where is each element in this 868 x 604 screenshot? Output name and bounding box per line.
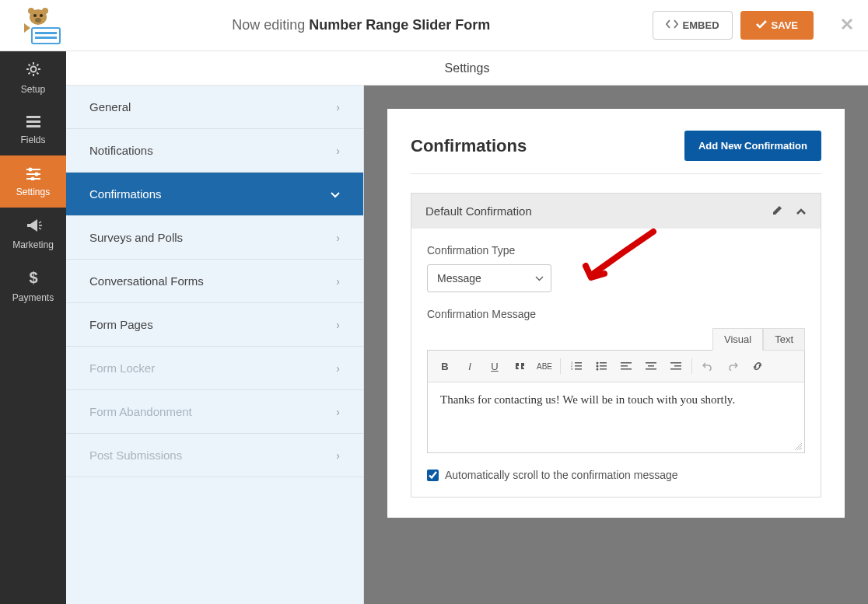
- tab-text[interactable]: Text: [763, 328, 805, 351]
- editor-content[interactable]: Thanks for contacting us! We will be in …: [428, 382, 804, 452]
- svg-text:$: $: [29, 269, 37, 286]
- svg-rect-38: [670, 362, 681, 364]
- bullet-list-button[interactable]: [590, 355, 612, 377]
- svg-point-4: [28, 8, 34, 14]
- svg-point-28: [597, 365, 599, 368]
- svg-point-3: [35, 18, 41, 23]
- sidebar-item-fields[interactable]: Fields: [0, 103, 66, 155]
- menu-item-notifications[interactable]: Notifications ›: [66, 129, 363, 173]
- svg-point-1: [33, 14, 37, 17]
- menu-label: Form Abandonment: [89, 405, 192, 418]
- svg-rect-39: [674, 365, 681, 367]
- svg-rect-27: [600, 362, 607, 364]
- list-icon: [25, 114, 42, 131]
- svg-rect-36: [648, 365, 654, 367]
- numbered-list-button[interactable]: 123: [565, 355, 587, 377]
- confirmation-body: Confirmation Type Message Confirmation M…: [411, 229, 821, 497]
- form-name: Number Range Slider Form: [309, 17, 490, 33]
- chevron-right-icon: ›: [336, 145, 340, 157]
- svg-rect-21: [575, 365, 582, 367]
- chevron-right-icon: ›: [336, 232, 340, 244]
- svg-point-5: [42, 8, 48, 14]
- svg-rect-34: [621, 368, 632, 370]
- svg-rect-40: [670, 368, 681, 370]
- undo-button[interactable]: [697, 355, 719, 377]
- align-center-button[interactable]: [640, 355, 662, 377]
- svg-point-16: [34, 172, 38, 176]
- confirmation-actions: [772, 204, 807, 218]
- menu-item-form-abandonment[interactable]: Form Abandonment ›: [66, 390, 363, 434]
- svg-rect-33: [621, 365, 628, 367]
- link-button[interactable]: [747, 355, 768, 377]
- pencil-icon[interactable]: [772, 204, 783, 218]
- menu-item-form-pages[interactable]: Form Pages ›: [66, 303, 363, 347]
- sidebar-item-label: Setup: [21, 84, 45, 95]
- align-right-button[interactable]: [665, 355, 687, 377]
- sidebar-item-marketing[interactable]: Marketing: [0, 208, 66, 260]
- confirmation-title: Default Confirmation: [425, 204, 532, 218]
- align-left-button[interactable]: [615, 355, 637, 377]
- underline-button[interactable]: U: [484, 355, 506, 377]
- settings-panel: General › Notifications › Confirmations …: [66, 51, 364, 604]
- redo-button[interactable]: [722, 355, 744, 377]
- menu-item-post-submissions[interactable]: Post Submissions ›: [66, 434, 363, 477]
- panel-title: Confirmations: [411, 136, 527, 156]
- chevron-right-icon: ›: [336, 101, 340, 113]
- chevron-right-icon: ›: [336, 449, 340, 462]
- settings-header: Settings: [66, 51, 868, 86]
- sidebar-item-payments[interactable]: $ Payments: [0, 260, 66, 312]
- autoscroll-checkbox[interactable]: [427, 470, 439, 481]
- embed-label: EMBED: [683, 19, 719, 31]
- svg-rect-11: [26, 120, 40, 123]
- chevron-down-icon: [331, 188, 340, 201]
- strikethrough-button[interactable]: ABE: [534, 355, 555, 377]
- check-icon: [756, 19, 767, 31]
- menu-label: Confirmations: [89, 187, 162, 201]
- sidebar-item-setup[interactable]: Setup: [0, 51, 66, 103]
- italic-button[interactable]: I: [459, 355, 481, 377]
- top-bar: Now editing Number Range Slider Form EMB…: [0, 0, 868, 51]
- svg-point-18: [30, 176, 34, 180]
- menu-item-confirmations[interactable]: Confirmations: [66, 173, 363, 216]
- svg-rect-10: [26, 116, 40, 118]
- settings-header-label: Settings: [445, 61, 490, 75]
- menu-item-conversational[interactable]: Conversational Forms ›: [66, 260, 363, 303]
- chevron-right-icon: ›: [336, 319, 340, 331]
- menu-label: Form Pages: [89, 318, 153, 331]
- save-button[interactable]: SAVE: [740, 11, 814, 40]
- resize-handle[interactable]: [793, 442, 803, 451]
- add-confirmation-button[interactable]: Add New Confirmation: [684, 131, 821, 161]
- svg-rect-20: [575, 362, 582, 364]
- chevron-up-icon[interactable]: [796, 204, 807, 218]
- svg-point-30: [597, 368, 599, 371]
- quote-button[interactable]: [509, 355, 530, 377]
- page-title: Now editing Number Range Slider Form: [70, 17, 653, 33]
- bold-button[interactable]: B: [434, 355, 456, 377]
- menu-item-general[interactable]: General ›: [66, 86, 363, 129]
- svg-rect-32: [621, 362, 632, 364]
- dollar-icon: $: [28, 269, 39, 288]
- svg-rect-35: [646, 362, 656, 364]
- embed-button[interactable]: EMBED: [653, 11, 733, 40]
- save-label: SAVE: [772, 19, 798, 31]
- close-icon: [840, 17, 854, 31]
- close-button[interactable]: [840, 17, 854, 34]
- menu-label: General: [89, 100, 131, 113]
- confirmation-type-select[interactable]: Message: [427, 264, 551, 292]
- svg-rect-37: [646, 368, 656, 370]
- sidebar-item-settings[interactable]: Settings: [0, 155, 66, 208]
- code-icon: [666, 19, 678, 31]
- menu-item-form-locker[interactable]: Form Locker ›: [66, 347, 363, 390]
- tab-visual[interactable]: Visual: [712, 328, 763, 351]
- confirmation-header[interactable]: Default Confirmation: [411, 194, 821, 229]
- svg-rect-7: [35, 32, 57, 34]
- autoscroll-row: Automatically scroll to the confirmation…: [427, 469, 805, 481]
- app-logo: [14, 4, 70, 47]
- content-area: Confirmations Add New Confirmation Defau…: [364, 51, 868, 604]
- title-prefix: Now editing: [232, 17, 305, 33]
- sidebar-item-label: Fields: [20, 134, 45, 145]
- menu-item-surveys[interactable]: Surveys and Polls ›: [66, 216, 363, 260]
- confirmations-panel: Confirmations Add New Confirmation Defau…: [387, 109, 845, 518]
- svg-rect-31: [600, 368, 607, 370]
- menu-label: Surveys and Polls: [89, 231, 183, 244]
